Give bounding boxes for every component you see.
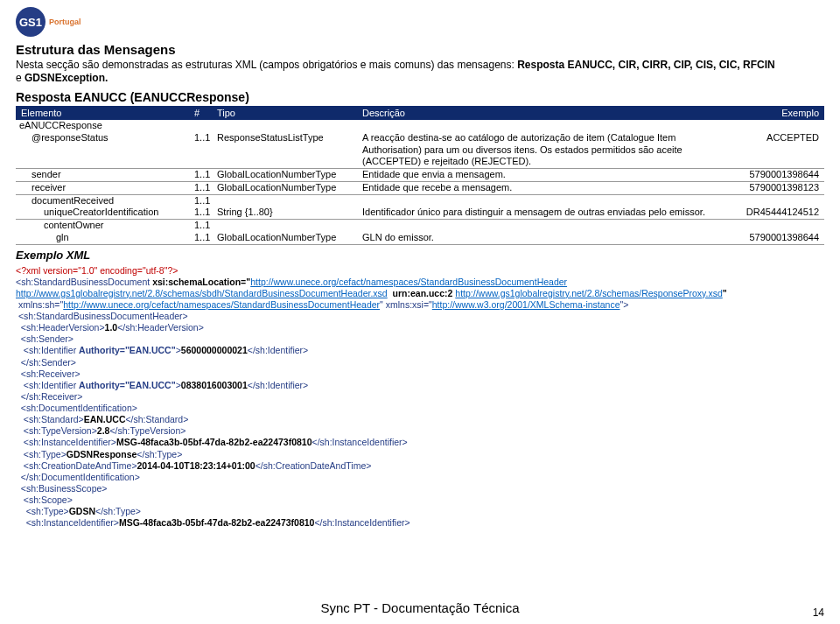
th-tipo: Tipo (217, 108, 362, 118)
xml-text: MSG-48faca3b-05bf-47da-82b2-ea22473f0810 (119, 517, 315, 528)
xml-node: </sh:Sender> (16, 357, 76, 368)
intro-text-a: Nesta secção são demonstradas as estrutu… (16, 59, 517, 71)
xml-node: " xmlns:xsi=" (380, 299, 432, 310)
xml-text: GDSNResponse (66, 449, 137, 459)
table-row: contentOwner1..1 (16, 220, 824, 232)
table-row: eANUCCResponse (16, 120, 824, 132)
cell-descricao: A reacção destina-se ao catálogo de auto… (362, 132, 724, 168)
xml-attr: Authority="EAN.UCC" (79, 380, 176, 390)
logo: GS1 Portugal (16, 7, 824, 37)
xml-node: </sh:TypeVersion> (109, 425, 186, 436)
cell-elemento: eANUCCResponse (19, 120, 194, 132)
table-row: @responseStatus1..1ResponseStatusListTyp… (16, 132, 824, 169)
cell-elemento: contentOwner (44, 220, 194, 232)
xml-node: <sh:Type> (16, 506, 69, 516)
xml-text: 2.8 (97, 425, 110, 436)
xml-text: 5600000000021 (181, 345, 248, 355)
xml-node: </sh:Type> (136, 449, 182, 459)
schema-table: Elemento # Tipo Descrição Exemplo eANUCC… (16, 106, 824, 245)
cell-tipo: GlobalLocationNumberType (217, 232, 362, 244)
xml-url: http://www.w3.org/2001/XMLSchema-instanc… (432, 299, 620, 310)
xml-node: <sh:Scope> (16, 494, 73, 505)
xml-node: <sh:BusinessScope> (16, 483, 107, 494)
intro-text-d: GDSNException. (24, 72, 108, 84)
xml-node: <sh:HeaderVersion> (16, 322, 105, 333)
section-title: Resposta EANUCC (EANUCCResponse) (16, 90, 824, 104)
table-row: sender1..1GlobalLocationNumberTypeEntida… (16, 169, 824, 182)
cell-tipo (217, 195, 362, 207)
intro-text-c: e (16, 72, 24, 84)
xml-url: http://www.unece.org/cefact/namespaces/S… (63, 299, 380, 310)
xml-node: "> (620, 299, 629, 310)
xml-url: http://www.gs1globalregistry.net/2.8/sch… (16, 288, 388, 298)
gs1-logo-icon: GS1 (16, 7, 46, 37)
th-exemplo: Exemplo (724, 108, 821, 118)
table-header-row: Elemento # Tipo Descrição Exemplo (16, 106, 824, 120)
cell-exemplo: 5790001398644 (724, 169, 821, 181)
cell-exemplo: DR45444124512 (724, 207, 821, 219)
xml-node: <sh:TypeVersion> (16, 425, 97, 436)
cell-elemento: uniqueCreatorIdentification (44, 207, 194, 219)
xml-example: <?xml version="1.0" encoding="utf-8"?> <… (16, 265, 824, 529)
th-elemento: Elemento (19, 108, 194, 118)
cell-descricao: Identificador único para distinguir a me… (362, 207, 724, 219)
xml-node: </sh:CreationDateAndTime> (256, 460, 372, 471)
cell-tipo: ResponseStatusListType (217, 132, 362, 168)
cell-hash: 1..1 (194, 207, 217, 219)
xml-text: 0838016003001 (181, 380, 248, 390)
xml-node: </sh:Identifier> (248, 345, 308, 355)
cell-tipo: GlobalLocationNumberType (217, 169, 362, 181)
xml-attr: " (723, 288, 727, 298)
cell-descricao: Entidade que envia a mensagem. (362, 169, 724, 181)
table-row: documentReceived1..1 (16, 195, 824, 207)
xml-node: <sh:Identifier (16, 345, 79, 355)
table-row: gln1..1GlobalLocationNumberTypeGLN do em… (16, 232, 824, 245)
cell-exemplo: 5790001398123 (724, 182, 821, 194)
xml-node: </sh:HeaderVersion> (117, 322, 204, 333)
cell-hash: 1..1 (194, 132, 217, 168)
table-body: eANUCCResponse@responseStatus1..1Respons… (16, 120, 824, 245)
th-hash: # (194, 108, 217, 118)
xml-declaration: <?xml version="1.0" encoding="utf-8"?> (16, 265, 178, 276)
cell-hash: 1..1 (194, 195, 217, 207)
xml-node: <sh:StandardBusinessDocument (16, 277, 152, 287)
xml-node: </sh:Receiver> (16, 391, 82, 402)
xml-node: </sh:InstanceIdentifier> (312, 437, 408, 447)
xml-node: </sh:DocumentIdentification> (16, 472, 140, 482)
cell-exemplo (724, 195, 821, 207)
xml-attr: xsi:schemaLocation=" (152, 277, 250, 287)
page-number: 14 (813, 606, 824, 619)
cell-hash: 1..1 (194, 169, 217, 181)
xml-url: http://www.unece.org/cefact/namespaces/S… (250, 277, 567, 287)
intro-text-b: Resposta EANUCC, CIR, CIRR, CIP, CIS, CI… (517, 59, 774, 71)
xml-text: EAN.UCC (84, 414, 126, 424)
xml-node: </sh:Standard> (125, 414, 188, 424)
cell-descricao (362, 120, 724, 132)
cell-exemplo (724, 120, 821, 132)
cell-descricao: GLN do emissor. (362, 232, 724, 244)
table-row: uniqueCreatorIdentification1..1String {1… (16, 207, 824, 220)
xml-attr: urn:ean.ucc:2 (388, 288, 456, 298)
cell-descricao (362, 195, 724, 207)
xml-node: <sh:Identifier (16, 380, 79, 390)
xml-node: xmlns:sh=" (16, 299, 63, 310)
xml-text: MSG-48faca3b-05bf-47da-82b2-ea22473f0810 (116, 437, 312, 447)
xml-attr: Authority="EAN.UCC" (79, 345, 176, 355)
xml-text: 1.0 (105, 322, 118, 333)
xml-text: GDSN (69, 506, 95, 516)
xml-node: <sh:Type> (16, 449, 66, 459)
xml-node: <sh:InstanceIdentifier> (16, 517, 119, 528)
xml-node: </sh:Identifier> (248, 380, 308, 390)
cell-hash: 1..1 (194, 182, 217, 194)
xml-node: <sh:StandardBusinessDocumentHeader> (16, 311, 188, 321)
xml-node: <sh:Standard> (16, 414, 84, 424)
cell-descricao (362, 220, 724, 232)
cell-elemento: sender (32, 169, 194, 181)
xml-text: 2014-04-10T18:23:14+01:00 (137, 460, 256, 471)
cell-elemento: receiver (32, 182, 194, 194)
xml-node: <sh:InstanceIdentifier> (16, 437, 116, 447)
cell-tipo: String {1..80} (217, 207, 362, 219)
xml-url: http://www.gs1globalregistry.net/2.8/sch… (455, 288, 722, 298)
footer-title: Sync PT - Documentação Técnica (0, 600, 840, 615)
cell-tipo (217, 120, 362, 132)
